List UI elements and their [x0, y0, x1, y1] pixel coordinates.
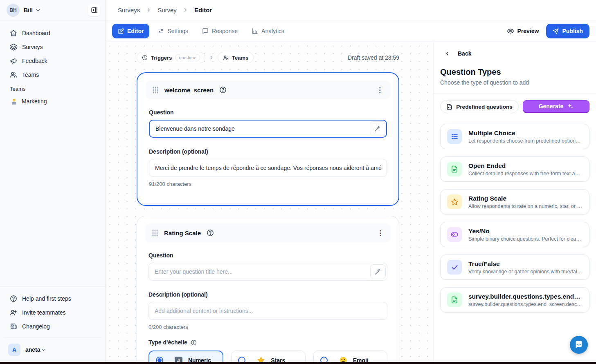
type-card-rating-scale[interactable]: Rating Scale Allow respondents to rate o… [440, 189, 589, 214]
tab-settings[interactable]: Settings [152, 24, 194, 38]
publish-label: Publish [562, 28, 583, 34]
generate-button[interactable]: Generate [523, 100, 589, 113]
back-button[interactable]: Back [440, 50, 471, 57]
panel-right-icon [91, 7, 98, 13]
info-icon[interactable] [191, 339, 197, 346]
question-description-input[interactable] [148, 302, 387, 320]
question-description-input[interactable] [149, 159, 387, 177]
tab-analytics[interactable]: Analytics [246, 24, 290, 38]
breadcrumb-surveys[interactable]: Surveys [118, 7, 140, 13]
ai-rewrite-button[interactable] [370, 121, 385, 136]
drag-handle-icon[interactable] [152, 86, 159, 94]
type-description: Collect detailed responses with free-for… [468, 171, 583, 176]
sidebar-item-changelog[interactable]: Changelog [0, 319, 105, 333]
chat-widget-button[interactable] [570, 336, 588, 354]
predefined-questions-button[interactable]: Predefined questions [440, 100, 519, 113]
card-menu-icon[interactable]: ⋮ [377, 230, 384, 237]
canvas-inner: Triggers one-time Teams Draft saved at 2… [137, 52, 399, 364]
sidebar-collapse-button[interactable] [88, 4, 100, 16]
divider [434, 93, 596, 94]
main-column: Surveys Survey Editor Editor Settings Re… [106, 0, 596, 364]
sidebar-item-dashboard[interactable]: Dashboard [0, 26, 105, 40]
scale-type-label-row: Type d'échelle [148, 339, 387, 346]
tab-response[interactable]: Response [196, 24, 243, 38]
sparkles-icon [567, 103, 574, 109]
help-circle-icon[interactable] [219, 86, 227, 94]
question-card-body: Question Description (optional) [137, 99, 398, 205]
question-title-input[interactable] [148, 263, 387, 281]
help-circle-icon [10, 295, 17, 302]
type-card-end-screen[interactable]: survey.builder.questions.types.end_scr..… [440, 287, 589, 313]
card-bottom-spacer [149, 187, 387, 205]
bar-chart-icon [252, 28, 258, 34]
question-card-title: Rating Scale [164, 230, 201, 237]
breadcrumb-survey[interactable]: Survey [157, 7, 177, 13]
pencil-square-icon [118, 28, 124, 34]
char-count: 0/200 characters [148, 324, 387, 330]
type-title: Yes/No [468, 228, 583, 235]
question-input-wrap [149, 120, 387, 138]
file-text-icon [447, 162, 462, 176]
canvas-toolbar: Triggers one-time Teams Draft saved at 2… [137, 52, 399, 63]
clock-icon [142, 55, 148, 60]
panel-actions: Predefined questions Generate [440, 100, 589, 113]
description-label: Description (optional) [148, 291, 387, 298]
app-root: BH Bill Dashboard Surveys Feedb [0, 0, 596, 364]
account-menu[interactable]: A aneta [4, 337, 101, 359]
panel-subtitle: Choose the type of question to add [440, 79, 589, 86]
spacer [148, 330, 387, 333]
type-description: Allow respondents to rate on a numeric, … [468, 203, 583, 209]
tab-label: Analytics [261, 28, 284, 34]
sidebar-item-invite[interactable]: Invite teammates [0, 306, 105, 319]
chevron-left-icon [444, 51, 450, 57]
type-description: Simple binary choice questions. Perfect … [468, 236, 583, 242]
question-input-wrap [148, 263, 387, 281]
tab-editor[interactable]: Editor [112, 24, 149, 38]
question-label: Question [148, 252, 387, 259]
back-label: Back [458, 50, 471, 57]
eye-icon [507, 27, 514, 35]
type-card-open-ended[interactable]: Open Ended Collect detailed responses wi… [440, 156, 589, 182]
teams-chip[interactable]: Teams [218, 52, 254, 63]
predefined-questions-label: Predefined questions [456, 104, 512, 110]
sidebar-item-team-marketing[interactable]: Marketing [0, 94, 105, 108]
users-icon [10, 71, 17, 78]
tab-label: Response [212, 28, 238, 34]
sidebar-nav: Dashboard Surveys Feedback Teams Teams M… [0, 20, 105, 108]
chevron-down-icon [40, 347, 47, 353]
type-card-multiple-choice[interactable]: Multiple Choice Let respondents choose f… [440, 124, 589, 149]
question-title-input[interactable] [149, 120, 387, 138]
chevron-down-icon [35, 7, 41, 13]
type-title: Open Ended [468, 162, 583, 170]
question-card-welcome-screen[interactable]: welcome_screen ⋮ Question [137, 72, 399, 206]
preview-button[interactable]: Preview [507, 27, 539, 35]
tab-label: Settings [167, 28, 188, 34]
survey-canvas[interactable]: Triggers one-time Teams Draft saved at 2… [106, 42, 433, 364]
description-input-wrap [149, 159, 387, 177]
question-card-rating-scale[interactable]: Rating Scale ⋮ Question [137, 216, 399, 364]
question-card-header: welcome_screen ⋮ [146, 80, 390, 99]
triggers-chip[interactable]: Triggers one-time [137, 52, 205, 63]
account-name: aneta [25, 346, 40, 353]
sidebar-item-feedback[interactable]: Feedback [0, 54, 105, 68]
type-card-true-false[interactable]: True/False Verify knowledge or gather op… [440, 255, 589, 280]
drag-handle-icon[interactable] [152, 229, 158, 237]
type-text: Rating Scale Allow respondents to rate o… [468, 195, 583, 209]
teams-section-label: Teams [0, 82, 105, 94]
question-type-list: Multiple Choice Let respondents choose f… [440, 124, 589, 313]
sidebar-item-surveys[interactable]: Surveys [0, 40, 105, 54]
message-square-icon [202, 28, 209, 34]
sidebar-item-teams[interactable]: Teams [0, 68, 105, 82]
card-menu-icon[interactable]: ⋮ [376, 87, 384, 94]
type-description: Let respondents choose from predefined o… [468, 138, 583, 144]
sidebar-item-label: Invite teammates [22, 309, 66, 316]
help-circle-icon[interactable] [207, 229, 214, 237]
type-card-yes-no[interactable]: Yes/No Simple binary choice questions. P… [440, 222, 589, 247]
ai-rewrite-button[interactable] [370, 264, 386, 279]
publish-button[interactable]: Publish [546, 24, 589, 38]
sidebar-item-help[interactable]: Help and first steps [0, 292, 105, 306]
workspace-switcher[interactable]: BH Bill [0, 0, 105, 20]
file-text-icon [447, 293, 462, 307]
file-icon [446, 104, 452, 110]
type-title: survey.builder.questions.types.end_scr..… [468, 293, 583, 300]
